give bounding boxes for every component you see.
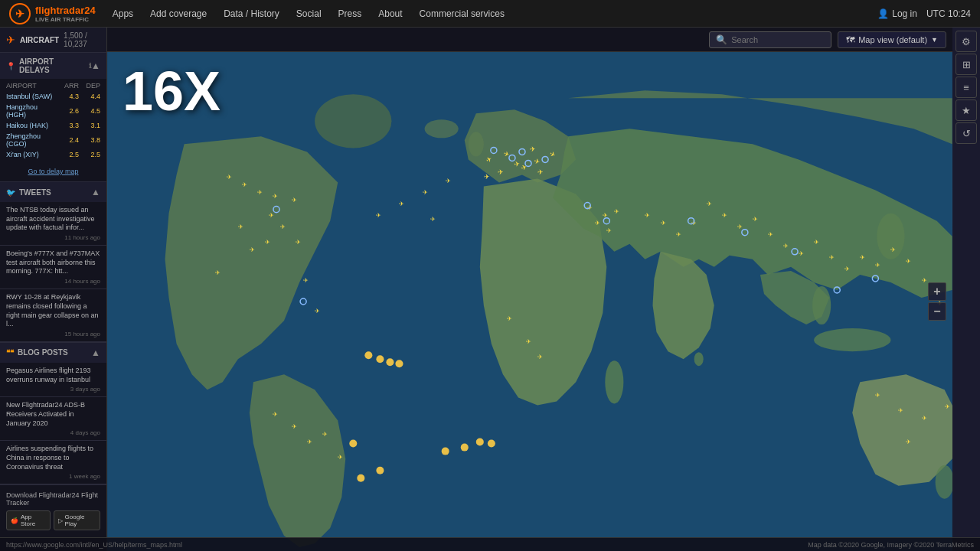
zoom-in-button[interactable]: +	[928, 282, 946, 301]
layers-button[interactable]: ⊞	[956, 54, 977, 75]
svg-text:✈: ✈	[945, 403, 950, 410]
nav-press[interactable]: Press	[331, 0, 370, 28]
user-icon: 👤	[877, 8, 889, 19]
map-area[interactable]: 16X	[107, 52, 952, 551]
delay-dep-value: 4.5	[79, 107, 100, 115]
svg-text:✈: ✈	[898, 407, 903, 414]
svg-text:✈: ✈	[322, 431, 328, 438]
blog-post-time: 3 days ago	[6, 386, 100, 393]
blog-header-left: ❝❝ BLOG POSTS	[6, 348, 68, 357]
col-header-airport: AIRPORT	[6, 82, 57, 90]
blog-title: BLOG POSTS	[18, 348, 68, 357]
collapse-delays-icon[interactable]: ▲	[91, 60, 100, 71]
map-view-button[interactable]: 🗺 Map view (default) ▼	[838, 31, 946, 48]
svg-point-8	[812, 286, 831, 324]
google-icon: ▷	[58, 517, 63, 524]
logo[interactable]: ✈ flightradar24 LIVE AIR TRAFFIC	[0, 3, 105, 24]
delay-row[interactable]: Haikou (HAK) 3.3 3.1	[0, 120, 106, 131]
tweet-time: 15 hours ago	[6, 331, 100, 337]
map-layers-icon: 🗺	[846, 35, 854, 44]
svg-text:✈: ✈	[645, 212, 650, 219]
svg-text:✈: ✈	[265, 239, 270, 246]
aircraft-count: 1,500 / 10,237	[64, 31, 100, 48]
svg-text:✈: ✈	[338, 454, 343, 461]
speed-overlay: 16X	[122, 60, 220, 122]
nav-social[interactable]: Social	[289, 0, 329, 28]
tweet-item[interactable]: RWY 10-28 at Reykjavik remains closed fo…	[0, 289, 106, 342]
delays-table: AIRPORT ARR DEP Istanbul (SAW) 4.3 4.4 H…	[0, 79, 106, 181]
svg-text:✈: ✈	[890, 246, 896, 253]
svg-text:✈: ✈	[530, 145, 536, 153]
nav-about[interactable]: About	[371, 0, 410, 28]
blog-post-title: Airlines suspending flights to China in …	[6, 445, 100, 471]
location-icon: 📍	[6, 62, 15, 70]
tweet-item[interactable]: Boeing's #777X and #737MAX test aircraft…	[0, 246, 106, 289]
aircraft-icon: ✈	[6, 34, 15, 46]
collapse-blog-icon[interactable]: ▲	[91, 347, 100, 358]
svg-text:✈: ✈	[814, 239, 819, 246]
svg-text:✈: ✈	[906, 258, 912, 265]
svg-text:✈: ✈	[875, 262, 880, 269]
refresh-button[interactable]: ↺	[956, 122, 977, 144]
settings-button[interactable]: ⚙	[956, 31, 977, 52]
svg-text:✈: ✈	[676, 231, 681, 238]
blog-list: Pegasus Airlines flight 2193 overruns ru…	[0, 363, 106, 485]
svg-point-96	[349, 440, 357, 448]
favorites-button[interactable]: ★	[956, 99, 977, 121]
svg-text:✈: ✈	[829, 254, 835, 261]
delay-row[interactable]: Xi'an (XIY) 2.5 2.5	[0, 149, 106, 160]
svg-text:✈: ✈	[526, 338, 531, 345]
delay-row[interactable]: Istanbul (SAW) 4.3 4.4	[0, 91, 106, 102]
search-input[interactable]	[731, 35, 823, 44]
app-store-button[interactable]: 🍎 App Store	[6, 510, 51, 530]
top-navigation: ✈ flightradar24 LIVE AIR TRAFFIC Apps Ad…	[0, 0, 980, 28]
nav-apps[interactable]: Apps	[105, 0, 141, 28]
blog-item[interactable]: New Flightradar24 ADS-B Receivers Activa…	[0, 397, 106, 441]
blog-item[interactable]: Pegasus Airlines flight 2193 overruns ru…	[0, 363, 106, 397]
col-header-arr: ARR	[57, 82, 79, 90]
logo-text: flightradar24	[35, 5, 96, 16]
tweet-text: The NTSB today issued an aircraft accide…	[6, 206, 100, 233]
svg-text:✈: ✈	[296, 239, 301, 246]
delay-airport-name: Istanbul (SAW)	[6, 93, 57, 100]
delay-row[interactable]: Hangzhou (HGH) 2.6 4.5	[0, 102, 106, 120]
svg-text:✈: ✈	[606, 227, 612, 234]
nav-coverage[interactable]: Add coverage	[142, 0, 214, 28]
filter-button[interactable]: ≡	[956, 77, 977, 98]
svg-point-92	[364, 351, 372, 359]
blog-posts-header[interactable]: ❝❝ BLOG POSTS ▲	[0, 343, 106, 363]
login-button[interactable]: 👤 Log in	[877, 8, 917, 19]
go-to-delay-map-link[interactable]: Go to delay map	[28, 168, 78, 175]
google-play-button[interactable]: ▷ Google Play	[54, 510, 100, 530]
delay-arr-value: 2.4	[57, 136, 79, 144]
settings-icon: ⚙	[962, 36, 971, 47]
search-box[interactable]: 🔍	[709, 31, 831, 48]
svg-text:✈: ✈	[273, 411, 278, 418]
tweet-list: The NTSB today issued an aircraft accide…	[0, 202, 106, 342]
svg-text:✈: ✈	[799, 250, 804, 257]
delay-arr-value: 4.3	[57, 93, 79, 100]
nav-commercial[interactable]: Commercial services	[412, 0, 512, 28]
collapse-tweets-icon[interactable]: ▲	[91, 187, 100, 197]
svg-text:✈: ✈	[707, 201, 712, 207]
delay-row[interactable]: Zhengzhou (CGO) 2.4 3.8	[0, 131, 106, 149]
svg-text:✈: ✈	[242, 181, 247, 188]
blog-post-time: 4 days ago	[6, 429, 100, 436]
blog-item[interactable]: Airlines suspending flights to China in …	[0, 441, 106, 484]
zoom-out-button[interactable]: −	[928, 302, 946, 321]
header-bar-right: 🔍 🗺 Map view (default) ▼	[709, 31, 946, 48]
svg-text:✈: ✈	[292, 197, 297, 204]
airport-delays-header[interactable]: 📍 AIRPORT DELAYS ℹ ▲	[0, 53, 106, 79]
tweet-item[interactable]: The NTSB today issued an aircraft accide…	[0, 202, 106, 246]
login-label: Log in	[892, 8, 917, 19]
delay-airport-name: Hangzhou (HGH)	[6, 103, 57, 119]
svg-text:✈: ✈	[906, 439, 912, 445]
svg-text:✈: ✈	[215, 269, 220, 276]
nav-data[interactable]: Data / History	[216, 0, 287, 28]
svg-text:✈: ✈	[768, 231, 773, 238]
delay-arr-value: 3.3	[57, 122, 79, 129]
svg-text:✈: ✈	[303, 277, 309, 284]
tweets-header[interactable]: 🐦 TWEETS ▲	[0, 182, 106, 202]
status-bar: https://www.google.com/intl/en_US/help/t…	[0, 537, 980, 551]
filter-icon: ≡	[963, 82, 969, 93]
